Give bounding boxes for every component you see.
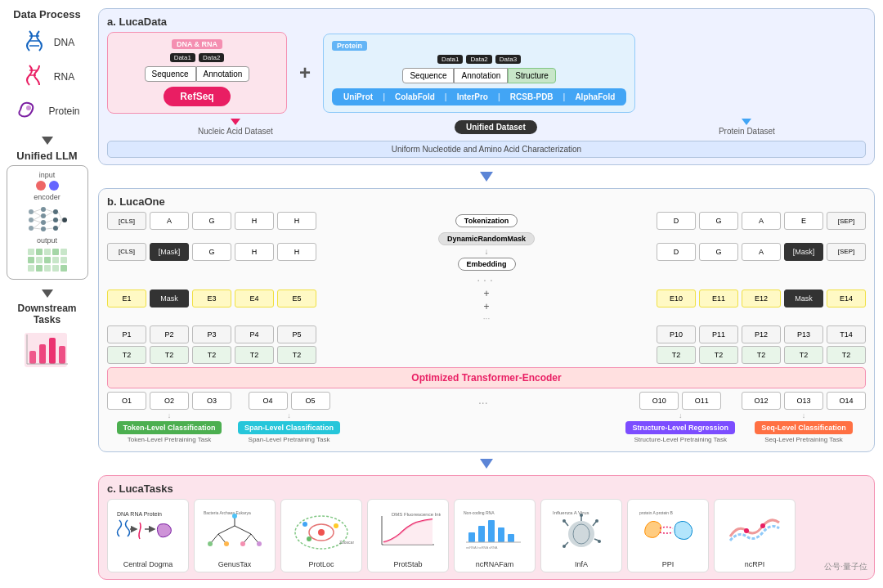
sidebar-downstream: Downstream Tasks bbox=[4, 303, 90, 378]
svg-point-51 bbox=[240, 541, 245, 546]
sidebar-unified-llm: Unified LLM input encoder bbox=[4, 150, 90, 280]
t2-4: T2 bbox=[235, 346, 274, 364]
protein-tag: Protein bbox=[332, 41, 367, 51]
p13: P13 bbox=[784, 325, 823, 343]
downstream-icon bbox=[19, 329, 76, 378]
embedding-label: Embedding bbox=[458, 258, 516, 271]
t2-5: T2 bbox=[277, 346, 316, 364]
dataset-row: Nucleic Acid Dataset Unified Dataset Pro… bbox=[107, 119, 866, 136]
svg-point-9 bbox=[41, 207, 46, 212]
span-level-sub: Span-Level Pretraining Task bbox=[249, 436, 330, 443]
sep-token: [SEP] bbox=[827, 212, 866, 230]
panel-c-title: c. LucaTasks bbox=[107, 483, 866, 495]
center-dynmask: DynamicRandomMask ↓ Embedding bbox=[320, 232, 653, 271]
h-token2: H bbox=[277, 212, 316, 230]
data2-badge-r: Data2 bbox=[466, 55, 491, 64]
protstab-img: DMS Fluorescence Intensity bbox=[371, 503, 445, 558]
interpro-label: InterPro bbox=[452, 92, 493, 101]
card-label-4: ncRNAFam bbox=[476, 560, 514, 568]
svg-line-27 bbox=[58, 212, 62, 220]
left-masked-tokens: [CLS] [Mask] G H H bbox=[107, 243, 316, 261]
arrow-right bbox=[742, 119, 751, 125]
svg-point-16 bbox=[62, 218, 67, 222]
t2-r5: T2 bbox=[827, 346, 866, 364]
e-token: E bbox=[784, 212, 823, 230]
task-card-ncrpi: ncRPI bbox=[714, 499, 796, 572]
output-label: output bbox=[37, 236, 57, 245]
down-arrow-ab bbox=[480, 172, 493, 182]
t2-2: T2 bbox=[150, 346, 189, 364]
svg-line-26 bbox=[46, 228, 53, 229]
svg-point-76 bbox=[595, 519, 598, 523]
dna-label: DNA bbox=[54, 37, 74, 48]
svg-text:protein A    protein B: protein A protein B bbox=[639, 510, 674, 515]
genustax-img: Bacteria Archaea Eukarya bbox=[198, 503, 271, 558]
right-masked-tokens: D G A [Mask] [SEP] bbox=[657, 243, 866, 261]
e-row: E1 Mask E3 E4 E5 ··· + + ··· E10 E11 E12… bbox=[107, 273, 866, 323]
arrow-bc bbox=[98, 459, 875, 469]
svg-point-50 bbox=[224, 541, 229, 546]
sequence-item: Sequence bbox=[145, 66, 196, 82]
down-dots: ↓ bbox=[485, 247, 489, 256]
svg-line-21 bbox=[34, 222, 41, 228]
svg-text:miRNA lncRNA sRNA: miRNA lncRNA sRNA bbox=[466, 545, 498, 550]
task-card-genustax: Bacteria Archaea Eukarya bbox=[194, 499, 276, 572]
o1-o5-row: O1 O2 O3 bbox=[107, 392, 231, 410]
output-cell bbox=[52, 265, 59, 272]
svg-point-55 bbox=[303, 522, 307, 527]
task-card-infa: Influenza A Virus bbox=[540, 499, 622, 572]
data-badges-left: Data1 Data2 bbox=[170, 53, 225, 62]
output-grid bbox=[28, 249, 67, 272]
output-cell bbox=[28, 249, 34, 255]
protein-dbs: UniProt | ColabFold | InterPro | RCSB-PD… bbox=[332, 88, 626, 105]
svg-point-86 bbox=[760, 523, 765, 528]
svg-point-72 bbox=[568, 521, 594, 547]
infa-img: Influenza A Virus bbox=[545, 503, 618, 558]
central-dogma-img: DNA RNA Protein bbox=[111, 503, 185, 558]
e3: E3 bbox=[192, 290, 231, 307]
svg-point-85 bbox=[744, 528, 749, 533]
down-arrow-span: ↓ bbox=[287, 411, 291, 420]
svg-point-5 bbox=[26, 105, 31, 110]
t14: T14 bbox=[827, 325, 866, 343]
down-arrow-token: ↓ bbox=[168, 411, 172, 420]
svg-line-19 bbox=[34, 216, 41, 220]
o4: O4 bbox=[249, 392, 288, 410]
o2: O2 bbox=[150, 392, 189, 410]
output-cell bbox=[36, 257, 43, 263]
token-level-sub: Token-Level Pretraining Task bbox=[128, 436, 212, 443]
dot-red bbox=[36, 181, 46, 191]
mask-token-r: [Mask] bbox=[784, 243, 823, 261]
o10-o11-row: O10 O11 bbox=[639, 392, 721, 410]
p12: P12 bbox=[742, 325, 781, 343]
svg-point-6 bbox=[29, 209, 34, 214]
t2-r4: T2 bbox=[784, 346, 823, 364]
output-cell bbox=[36, 249, 43, 255]
card-label-0: Central Dogma bbox=[123, 560, 173, 568]
output-cell bbox=[52, 249, 59, 255]
data1-badge-r: Data1 bbox=[437, 55, 463, 64]
a-masked-r: A bbox=[742, 243, 781, 261]
svg-line-25 bbox=[46, 220, 53, 222]
task-card-ncrnafam: Non-coding RNA miRNA lncRNA sRNA ncRNAFa… bbox=[454, 499, 536, 572]
p3: P3 bbox=[192, 325, 231, 343]
ppi-img: protein A protein B bbox=[631, 503, 705, 558]
output-cell bbox=[28, 257, 34, 263]
arrow-left bbox=[231, 119, 240, 125]
masked-token-row: [CLS] [Mask] G H H DynamicRandomMask ↓ E… bbox=[107, 232, 866, 271]
svg-point-11 bbox=[41, 220, 46, 225]
structure-level-badge: Structure-Level Regression bbox=[625, 421, 735, 434]
unified-llm-label: Unified LLM bbox=[16, 150, 77, 162]
o3: O3 bbox=[192, 392, 231, 410]
svg-point-8 bbox=[29, 226, 34, 231]
e10: E10 bbox=[657, 290, 696, 307]
output-cell bbox=[28, 265, 34, 272]
protein-ann: Annotation bbox=[454, 68, 508, 83]
right-top-tokens: D G A E [SEP] bbox=[657, 212, 866, 230]
svg-rect-34 bbox=[59, 346, 65, 364]
svg-line-22 bbox=[34, 228, 41, 229]
svg-line-29 bbox=[58, 220, 62, 228]
svg-point-57 bbox=[318, 529, 325, 536]
down-arrow-bc bbox=[480, 459, 493, 469]
sep-masked: [SEP] bbox=[827, 243, 866, 261]
